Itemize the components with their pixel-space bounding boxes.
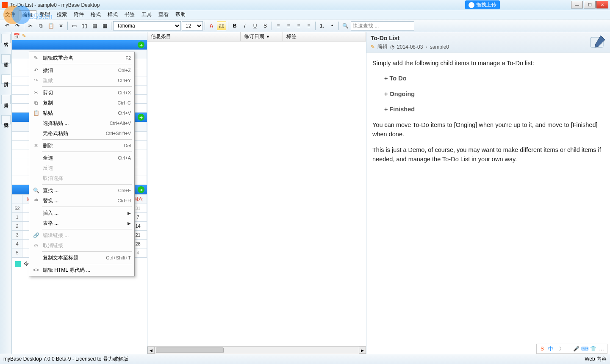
menu-item-label: 反选 [41,165,131,172]
maximize-button[interactable]: ☐ [584,1,596,8]
menu-文件[interactable]: 文件 [2,10,19,19]
side-tab-概要[interactable]: 概要 [1,115,11,124]
font-color-icon[interactable]: A [207,21,216,30]
menu-item-icon: ↶ [31,67,41,73]
menu-item-label: 删除 [41,142,124,149]
menu-工具[interactable]: 工具 [138,10,155,19]
layout-2-icon[interactable]: ▯▯ [80,21,89,30]
side-tab-icon [2,45,10,52]
align-center-icon[interactable]: ≡ [284,21,293,30]
next-month-icon[interactable]: ➜ [138,41,144,48]
menu-item-替换 ...[interactable]: ᵃᵇ替换 ...Ctrl+H [30,196,133,206]
menu-item-shortcut: Ctrl+Y [118,78,131,83]
calendar-icon[interactable]: 📅 [14,33,19,39]
notepad-icon [589,34,607,49]
col-item[interactable]: 信息条目 [147,32,241,41]
item-list-panel: 信息条目 修订日期▼ 标签 ◀ ▶ [147,32,366,354]
col-tags[interactable]: 标签 [283,32,366,41]
menu-书签[interactable]: 书签 [121,10,138,19]
menu-查看[interactable]: 查看 [155,10,172,19]
menu-item-icon: <> [31,267,41,273]
edit-label[interactable]: 编辑 [377,43,388,50]
copy-icon[interactable]: ⧉ [36,21,45,30]
ime-button[interactable]: 👕 [589,345,597,353]
menu-item-撤消[interactable]: ↶撤消Ctrl+Z [30,65,133,75]
menu-item-label: 查找 ... [41,187,118,194]
side-tab-大纲[interactable]: 大纲 [1,34,11,43]
side-tab-标签[interactable]: 标签 [1,54,11,63]
highlight-icon[interactable]: ab [217,21,226,30]
menu-item-复制文本至标题[interactable]: 复制文本至标题Ctrl+Shift+T [30,253,133,263]
menu-item-粘贴[interactable]: 📋粘贴Ctrl+V [30,108,133,118]
close-button[interactable]: ✕ [596,1,608,8]
search-icon[interactable]: 🔍 [341,21,350,30]
layout-3-icon[interactable]: ▤ [90,21,99,30]
strike-icon[interactable]: S [261,21,270,30]
ime-button[interactable] [564,345,571,353]
next-month-icon[interactable]: ➜ [138,114,144,121]
minimize-button[interactable]: — [571,1,583,8]
delete-icon[interactable]: ✕ [56,21,66,30]
menu-样式[interactable]: 样式 [104,10,121,19]
ime-button[interactable]: 中 [547,345,555,353]
font-select[interactable]: Tahoma [113,21,181,30]
menu-帮助[interactable]: 帮助 [172,10,189,19]
scroll-right-icon[interactable]: ▶ [359,347,366,354]
layout-1-icon[interactable]: ▭ [69,21,79,30]
list-body[interactable] [147,41,366,346]
cut-icon[interactable]: ✂ [26,21,35,30]
upload-button[interactable]: 拖拽上传 [465,0,500,9]
menu-附件[interactable]: 附件 [70,10,87,19]
paste-icon[interactable]: 📋 [46,21,55,30]
menu-item-无格式粘贴[interactable]: 无格式粘贴Ctrl+Shift+V [30,128,133,138]
scroll-thumb[interactable] [156,347,224,353]
ime-button[interactable]: … [598,345,605,353]
menu-编辑[interactable]: 编辑 [19,10,36,19]
bold-icon[interactable]: B [230,21,239,30]
redo-icon[interactable]: ↷ [13,21,22,30]
menu-item-label: 编辑 HTML 源代码 ... [41,267,131,274]
month-header-1[interactable]: ➜ [12,40,147,50]
ime-button[interactable]: S [538,345,546,353]
side-tab-搜索[interactable]: 搜索 [1,95,11,104]
menu-item-取消链接: ⊘取消链接 [30,240,133,251]
menu-格式[interactable]: 格式 [87,10,104,19]
horizontal-scrollbar[interactable]: ◀ ▶ [147,346,366,354]
undo-icon[interactable]: ↶ [3,21,12,30]
list-ordered-icon[interactable]: 1. [317,21,327,30]
menu-item-插入 ...[interactable]: 插入 ...▶ [30,208,133,218]
doc-body[interactable]: Simply add the following child items to … [366,52,610,176]
underline-icon[interactable]: U [250,21,260,30]
ime-button[interactable]: ⌨ [581,345,588,353]
quick-search-input[interactable] [351,21,414,30]
menu-item-剪切[interactable]: ✂剪切Ctrl+X [30,88,133,98]
font-size-select[interactable]: 12 [182,21,203,30]
layout-4-icon[interactable]: ▦ [100,21,109,30]
menu-整理[interactable]: 整理 [36,10,53,19]
document-panel: To-Do List ✎ 编辑 ◔ 2014-08-03 ▫ sample0 S… [366,32,610,354]
col-date[interactable]: 修订日期▼ [241,32,283,41]
next-month-icon[interactable]: ➜ [138,186,144,193]
menu-item-shortcut: Ctrl+V [118,110,131,116]
edit-icon[interactable]: ✎ [22,33,28,39]
menu-item-选择粘贴 ...[interactable]: 选择粘贴 ...Ctrl+Alt+V [30,118,133,128]
menu-搜索[interactable]: 搜索 [53,10,70,19]
align-left-icon[interactable]: ≡ [274,21,283,30]
menu-item-查找 ...[interactable]: 🔍查找 ...Ctrl+F [30,185,133,196]
side-tab-日历[interactable]: 日历 [1,74,11,84]
align-justify-icon[interactable]: ≡ [304,21,313,30]
ime-button[interactable]: 🎤 [572,345,580,353]
list-unordered-icon[interactable]: • [327,21,337,30]
italic-icon[interactable]: I [240,21,250,30]
pencil-icon[interactable]: ✎ [371,44,375,50]
menu-item-编辑或重命名[interactable]: ✎编辑或重命名F2 [30,53,133,63]
menu-item-表格 ...[interactable]: 表格 ...▶ [30,218,133,228]
menu-item-编辑 HTML 源代码 ...[interactable]: <>编辑 HTML 源代码 ... [30,265,133,275]
menu-item-复制[interactable]: ⧉复制Ctrl+C [30,98,133,108]
ime-toolbar[interactable]: S中☽🎤⌨👕… [536,344,607,354]
ime-button[interactable]: ☽ [555,345,563,353]
scroll-left-icon[interactable]: ◀ [147,347,155,354]
menu-item-删除[interactable]: ✕删除Del [30,141,133,151]
align-right-icon[interactable]: ≡ [294,21,303,30]
menu-item-全选[interactable]: 全选Ctrl+A [30,153,133,163]
